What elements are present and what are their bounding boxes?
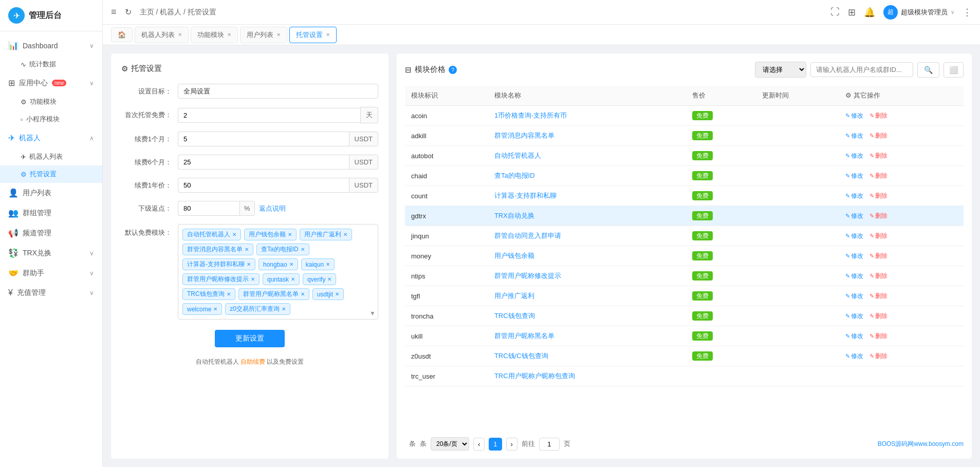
refresh-icon[interactable]: ↻ bbox=[125, 7, 132, 17]
edit-link[interactable]: ✎修改 bbox=[845, 252, 863, 259]
bell-icon[interactable]: 🔔 bbox=[864, 7, 875, 18]
export-button[interactable]: ⬜ bbox=[944, 62, 964, 78]
per-page-select[interactable]: 20条/页 50条/页 bbox=[431, 437, 469, 451]
tab-close-robot-list[interactable]: ✕ bbox=[178, 32, 182, 38]
monthly-input[interactable] bbox=[178, 132, 349, 146]
sidebar-item-trx[interactable]: 💱TRX兑换 ∨ bbox=[0, 243, 102, 263]
monitor-icon[interactable]: ⊞ bbox=[848, 7, 856, 18]
module-name-link[interactable]: 用户钱包余额 bbox=[494, 252, 534, 259]
tag-close-kaiqun[interactable]: ✕ bbox=[326, 261, 330, 267]
module-name-link[interactable]: 计算器-支持群和私聊 bbox=[494, 192, 557, 199]
tab-func-module[interactable]: 功能模块 ✕ bbox=[191, 27, 238, 43]
tag-close-ukill[interactable]: ✕ bbox=[301, 291, 305, 297]
delete-link[interactable]: ✎删除 bbox=[870, 112, 887, 119]
sidebar-item-hosting[interactable]: ⚙托管设置 bbox=[0, 165, 102, 183]
edit-link[interactable]: ✎修改 bbox=[845, 172, 863, 179]
tag-close-chaid[interactable]: ✕ bbox=[301, 247, 305, 252]
next-page-button[interactable]: › bbox=[506, 438, 517, 451]
delete-link[interactable]: ✎删除 bbox=[870, 152, 887, 159]
sidebar-item-app-center[interactable]: ⊞应用中心new ∨ bbox=[0, 73, 102, 93]
delete-link[interactable]: ✎删除 bbox=[870, 252, 887, 259]
menu-toggle-icon[interactable]: ≡ bbox=[111, 7, 117, 17]
sidebar-item-channel-mgmt[interactable]: 📢频道管理 bbox=[0, 223, 102, 243]
module-name-link[interactable]: TRC钱/C钱包查询 bbox=[494, 352, 548, 360]
tab-close-func[interactable]: ✕ bbox=[227, 32, 231, 38]
delete-link[interactable]: ✎删除 bbox=[870, 332, 887, 340]
rebate-input[interactable] bbox=[178, 201, 239, 216]
tag-close-welcome[interactable]: ✕ bbox=[213, 306, 217, 312]
sidebar-item-stats[interactable]: ∿统计数据 bbox=[0, 55, 102, 73]
sidebar-item-robot[interactable]: ✈机器人 ∧ bbox=[0, 128, 102, 148]
delete-link[interactable]: ✎删除 bbox=[870, 352, 887, 360]
tag-close-usdtjit[interactable]: ✕ bbox=[335, 291, 339, 297]
update-settings-button[interactable]: 更新设置 bbox=[215, 330, 285, 347]
tag-close-autobot[interactable]: ✕ bbox=[232, 232, 236, 237]
tab-robot-list[interactable]: 机器人列表 ✕ bbox=[135, 27, 189, 43]
delete-link[interactable]: ✎删除 bbox=[870, 132, 887, 139]
edit-link[interactable]: ✎修改 bbox=[845, 192, 863, 199]
tab-hosting[interactable]: 托管设置 ✕ bbox=[289, 27, 337, 43]
sidebar-item-robot-list[interactable]: ✈机器人列表 bbox=[0, 148, 102, 165]
expand-icon[interactable]: ⛶ bbox=[830, 7, 840, 17]
edit-link[interactable]: ✎修改 bbox=[845, 272, 863, 279]
sidebar-item-group-mgmt[interactable]: 👥群组管理 bbox=[0, 203, 102, 223]
more-icon[interactable]: ⋮ bbox=[963, 7, 972, 18]
tag-close-quntask[interactable]: ✕ bbox=[291, 276, 295, 282]
edit-link[interactable]: ✎修改 bbox=[845, 132, 863, 139]
module-name-link[interactable]: TRC用户昵称户昵称包查询 bbox=[494, 372, 575, 380]
module-name-link[interactable]: 自动托管机器人 bbox=[494, 152, 541, 159]
delete-link[interactable]: ✎删除 bbox=[870, 172, 887, 179]
goal-select[interactable]: 全局设置 bbox=[178, 84, 378, 99]
delete-link[interactable]: ✎删除 bbox=[870, 312, 887, 320]
tab-user-list[interactable]: 用户列表 ✕ bbox=[240, 27, 287, 43]
yearly-input[interactable] bbox=[178, 178, 349, 193]
delete-link[interactable]: ✎删除 bbox=[870, 212, 887, 219]
edit-link[interactable]: ✎修改 bbox=[845, 112, 863, 119]
tag-close-trc-wallet[interactable]: ✕ bbox=[227, 291, 231, 297]
tag-close-adkill[interactable]: ✕ bbox=[245, 247, 249, 252]
module-name-link[interactable]: TRC钱包查询 bbox=[494, 312, 535, 320]
edit-link[interactable]: ✎修改 bbox=[845, 212, 863, 219]
sidebar-item-recharge[interactable]: ¥充值管理 ∨ bbox=[0, 283, 102, 303]
edit-link[interactable]: ✎修改 bbox=[845, 292, 863, 300]
module-name-link[interactable]: TRX自动兑换 bbox=[494, 212, 534, 219]
tag-close-wallet[interactable]: ✕ bbox=[288, 232, 292, 237]
search-button[interactable]: 🔍 bbox=[917, 62, 939, 78]
module-name-link[interactable]: 群管用户昵称修改提示 bbox=[494, 272, 561, 279]
sidebar-item-user-list[interactable]: 👤用户列表 bbox=[0, 183, 102, 203]
edit-link[interactable]: ✎修改 bbox=[845, 352, 863, 360]
page-1-button[interactable]: 1 bbox=[489, 438, 502, 451]
tag-close-z0[interactable]: ✕ bbox=[282, 306, 286, 312]
tab-close-user[interactable]: ✕ bbox=[276, 32, 281, 38]
edit-link[interactable]: ✎修改 bbox=[845, 332, 863, 340]
tab-home[interactable]: 🏠 bbox=[111, 27, 133, 42]
delete-link[interactable]: ✎删除 bbox=[870, 232, 887, 239]
edit-link[interactable]: ✎修改 bbox=[845, 312, 863, 320]
tag-close-hongbao[interactable]: ✕ bbox=[289, 261, 293, 267]
sidebar-item-mini-module[interactable]: ▫小程序模块 bbox=[0, 110, 102, 128]
tag-close-qverify[interactable]: ✕ bbox=[327, 276, 331, 282]
delete-link[interactable]: ✎删除 bbox=[870, 292, 887, 300]
tag-close-ntips[interactable]: ✕ bbox=[251, 276, 255, 282]
tab-close-hosting[interactable]: ✕ bbox=[326, 32, 330, 38]
search-input[interactable] bbox=[810, 62, 913, 77]
rebate-link[interactable]: 返点说明 bbox=[259, 204, 286, 213]
module-name-link[interactable]: 查Ta的电报ID bbox=[494, 172, 535, 179]
halfyear-input[interactable] bbox=[178, 155, 349, 170]
module-name-link[interactable]: 群管自动同意入群申请 bbox=[494, 232, 561, 239]
tag-close-promo[interactable]: ✕ bbox=[343, 232, 347, 237]
delete-link[interactable]: ✎删除 bbox=[870, 192, 887, 199]
sidebar-item-func-module[interactable]: ⚙功能模块 bbox=[0, 93, 102, 110]
edit-link[interactable]: ✎修改 bbox=[845, 232, 863, 239]
help-icon[interactable]: ? bbox=[449, 66, 457, 74]
sidebar-item-dashboard[interactable]: 📊Dashboard ∨ bbox=[0, 35, 102, 55]
goto-input[interactable] bbox=[539, 438, 560, 451]
module-name-link[interactable]: 用户推广返利 bbox=[494, 292, 534, 300]
edit-link[interactable]: ✎修改 bbox=[845, 152, 863, 159]
user-area[interactable]: 超 超级模块管理员 ∨ bbox=[883, 5, 954, 20]
prev-page-button[interactable]: ‹ bbox=[473, 438, 485, 451]
search-select[interactable]: 请选择 bbox=[755, 62, 806, 78]
first-free-input[interactable] bbox=[178, 108, 360, 123]
delete-link[interactable]: ✎删除 bbox=[870, 272, 887, 279]
module-name-link[interactable]: 群管消息内容黑名单 bbox=[494, 132, 554, 139]
